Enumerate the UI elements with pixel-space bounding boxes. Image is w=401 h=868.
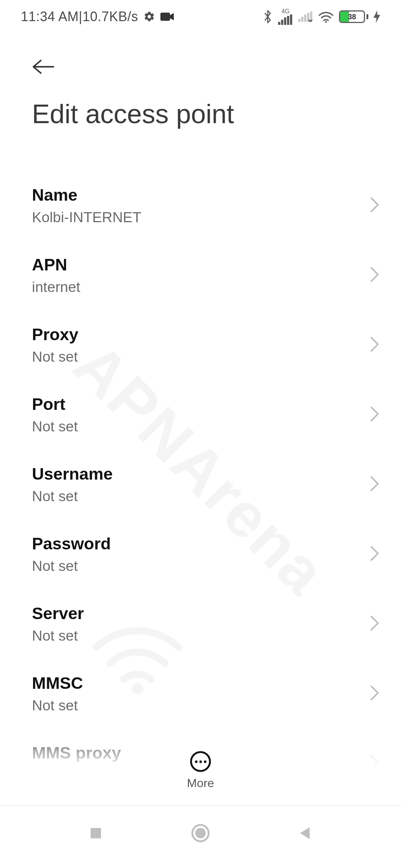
row-label: Name <box>32 185 141 205</box>
more-label: More <box>187 776 214 790</box>
page-title: Edit access point <box>32 99 371 129</box>
status-sep: | <box>79 9 82 24</box>
row-label: Port <box>32 395 78 414</box>
svg-rect-1 <box>278 22 280 25</box>
signal-4g-icon: 4G <box>278 9 293 25</box>
svg-rect-6 <box>298 19 300 22</box>
status-left: 11:34 AM | 10.7KB/s <box>21 9 174 24</box>
status-bar: 11:34 AM | 10.7KB/s 4G 38 <box>0 0 401 33</box>
dot-icon <box>199 760 202 763</box>
svg-rect-7 <box>301 17 303 22</box>
bluetooth-icon <box>263 10 273 24</box>
row-label: APN <box>32 255 80 274</box>
row-name[interactable]: Name Kolbi-INTERNET <box>0 171 401 240</box>
status-time: 11:34 AM <box>21 9 79 24</box>
chevron-right-icon <box>370 336 379 354</box>
chevron-right-icon <box>370 476 379 493</box>
charging-icon <box>374 10 380 23</box>
svg-rect-14 <box>91 828 101 838</box>
nav-recent-button[interactable] <box>88 826 103 841</box>
bottom-toolbar: More <box>0 720 401 801</box>
row-value: Not set <box>32 418 78 435</box>
svg-point-16 <box>195 828 206 838</box>
chevron-right-icon <box>370 266 379 284</box>
row-value: internet <box>32 279 80 295</box>
nav-back-button[interactable] <box>298 826 313 841</box>
nav-home-button[interactable] <box>191 823 210 843</box>
svg-rect-5 <box>290 14 292 25</box>
svg-rect-2 <box>281 20 283 25</box>
svg-rect-0 <box>160 13 170 21</box>
row-label: MMSC <box>32 674 83 693</box>
row-proxy[interactable]: Proxy Not set <box>0 310 401 380</box>
navigation-bar <box>0 805 401 868</box>
row-label: Username <box>32 464 113 484</box>
dot-icon <box>195 760 198 763</box>
svg-point-11 <box>325 21 327 23</box>
battery-percent: 38 <box>340 11 364 22</box>
status-right: 4G 38 <box>263 9 380 25</box>
back-button[interactable] <box>32 52 62 82</box>
dot-icon <box>204 760 206 763</box>
svg-rect-4 <box>287 16 289 25</box>
svg-rect-3 <box>284 17 286 25</box>
chevron-right-icon <box>370 685 379 703</box>
row-label: Password <box>32 534 111 553</box>
row-mmsc[interactable]: MMSC Not set <box>0 659 401 729</box>
row-value: Not set <box>32 697 83 714</box>
chevron-right-icon <box>370 197 379 214</box>
row-username[interactable]: Username Not set <box>0 450 401 519</box>
gear-icon <box>143 11 155 23</box>
chevron-right-icon <box>370 615 379 633</box>
settings-list: Name Kolbi-INTERNET APN internet Proxy N… <box>0 171 401 798</box>
chevron-right-icon <box>370 545 379 563</box>
row-apn[interactable]: APN internet <box>0 240 401 310</box>
svg-rect-8 <box>304 14 306 22</box>
header: Edit access point <box>0 33 401 129</box>
status-speed: 10.7KB/s <box>82 9 138 24</box>
more-button[interactable] <box>190 751 211 772</box>
row-password[interactable]: Password Not set <box>0 519 401 589</box>
row-value: Kolbi-INTERNET <box>32 209 141 226</box>
row-value: Not set <box>32 349 78 365</box>
chevron-right-icon <box>370 406 379 424</box>
row-value: Not set <box>32 628 84 644</box>
arrow-left-icon <box>32 59 55 75</box>
wifi-icon <box>318 11 334 23</box>
camera-icon <box>160 12 174 22</box>
row-value: Not set <box>32 488 113 504</box>
battery-indicator: 38 <box>339 10 368 23</box>
row-value: Not set <box>32 558 111 574</box>
row-port[interactable]: Port Not set <box>0 380 401 450</box>
row-label: Server <box>32 604 84 623</box>
signal-none-icon <box>298 11 313 22</box>
row-label: Proxy <box>32 325 78 344</box>
row-server[interactable]: Server Not set <box>0 589 401 659</box>
